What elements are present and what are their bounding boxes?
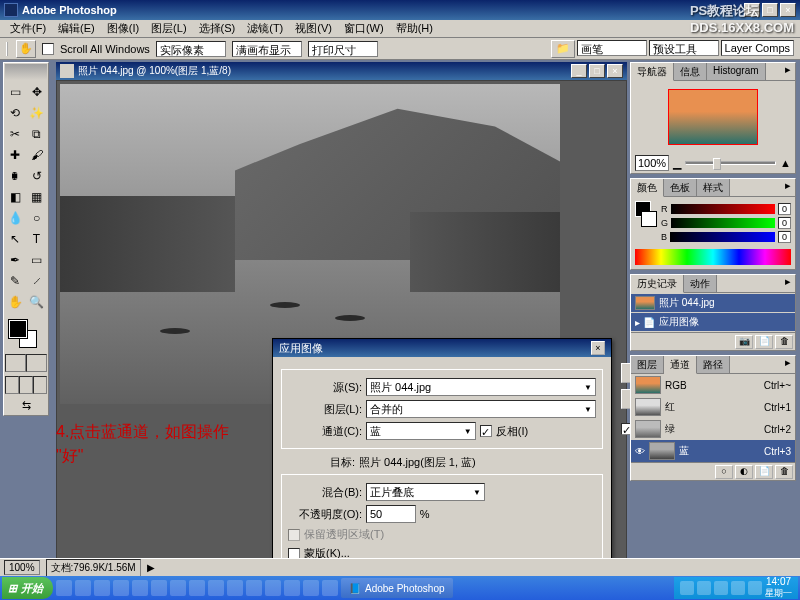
blur-tool[interactable]: 💧 xyxy=(5,208,25,228)
save-selection-icon[interactable]: ◐ xyxy=(735,465,753,479)
screen-mode-1[interactable] xyxy=(5,376,19,394)
channel-dropdown[interactable]: 蓝▼ xyxy=(366,422,476,440)
spectrum-picker[interactable] xyxy=(635,249,791,265)
tab-channels[interactable]: 通道 xyxy=(664,356,697,374)
doc-maximize[interactable]: □ xyxy=(589,64,605,78)
eyedropper-tool[interactable]: ⟋ xyxy=(27,271,47,291)
navigator-thumbnail[interactable] xyxy=(668,89,758,145)
taskbar-photoshop[interactable]: 📘Adobe Photoshop xyxy=(341,578,453,598)
toolbox-header[interactable] xyxy=(5,64,47,80)
opacity-input[interactable]: 50 xyxy=(366,505,416,523)
new-channel-icon[interactable]: 📄 xyxy=(755,465,773,479)
tab-info[interactable]: 信息 xyxy=(674,63,707,80)
ql-icon-13[interactable] xyxy=(284,580,300,596)
hand-tool[interactable]: ✋ xyxy=(5,292,25,312)
menu-view[interactable]: 视图(V) xyxy=(289,19,338,38)
ql-icon-6[interactable] xyxy=(151,580,167,596)
tab-navigator[interactable]: 导航器 xyxy=(631,63,674,81)
doc-close[interactable]: × xyxy=(607,64,623,78)
g-value[interactable]: 0 xyxy=(778,217,791,229)
move-tool[interactable]: ✥ xyxy=(27,82,47,102)
tab-actions[interactable]: 动作 xyxy=(684,275,717,292)
jump-to-imageready[interactable]: ⇆ xyxy=(5,396,47,414)
ql-icon-8[interactable] xyxy=(189,580,205,596)
status-docinfo[interactable]: 文档:796.9K/1.56M xyxy=(46,559,141,577)
new-snapshot-icon[interactable]: 📷 xyxy=(735,335,753,349)
zoom-tool[interactable]: 🔍 xyxy=(27,292,47,312)
path-tool[interactable]: ↖ xyxy=(5,229,25,249)
notes-tool[interactable]: ✎ xyxy=(5,271,25,291)
standard-mode[interactable] xyxy=(5,354,26,372)
channel-blue[interactable]: 👁 蓝Ctrl+3 xyxy=(631,440,795,462)
menu-image[interactable]: 图像(I) xyxy=(101,19,145,38)
tray-time[interactable]: 14:07 xyxy=(765,576,792,587)
quickmask-mode[interactable] xyxy=(26,354,47,372)
b-value[interactable]: 0 xyxy=(778,231,791,243)
status-zoom[interactable]: 100% xyxy=(4,560,40,575)
zoom-in-icon[interactable]: ▲ xyxy=(780,157,791,169)
color-menu[interactable]: ▸ xyxy=(781,179,795,196)
tray-icon-4[interactable] xyxy=(731,581,745,595)
tray-icon-1[interactable] xyxy=(680,581,694,595)
channel-rgb[interactable]: RGBCtrl+~ xyxy=(631,374,795,396)
brush-tool[interactable]: 🖌 xyxy=(27,145,47,165)
shape-tool[interactable]: ▭ xyxy=(27,250,47,270)
tool-presets-palette[interactable]: 预设工具 xyxy=(649,40,719,56)
tab-history[interactable]: 历史记录 xyxy=(631,275,684,293)
tray-icon-5[interactable] xyxy=(748,581,762,595)
layer-comps-palette[interactable]: Layer Comps xyxy=(721,40,794,56)
crop-tool[interactable]: ✂ xyxy=(5,124,25,144)
wand-tool[interactable]: ✨ xyxy=(27,103,47,123)
fit-screen-button[interactable]: 满画布显示 xyxy=(232,41,302,57)
ql-icon-9[interactable] xyxy=(208,580,224,596)
ql-icon-5[interactable] xyxy=(132,580,148,596)
tab-paths[interactable]: 路径 xyxy=(697,356,730,373)
ql-ie-icon[interactable] xyxy=(56,580,72,596)
invert-checkbox[interactable]: ✓ xyxy=(480,425,492,437)
scroll-all-checkbox[interactable] xyxy=(42,43,54,55)
menu-window[interactable]: 窗口(W) xyxy=(338,19,390,38)
load-selection-icon[interactable]: ○ xyxy=(715,465,733,479)
gradient-tool[interactable]: ▦ xyxy=(27,187,47,207)
b-slider[interactable] xyxy=(670,232,775,242)
tab-styles[interactable]: 样式 xyxy=(697,179,730,196)
dodge-tool[interactable]: ○ xyxy=(27,208,47,228)
menu-edit[interactable]: 编辑(E) xyxy=(52,19,101,38)
color-bg[interactable] xyxy=(641,211,657,227)
doc-minimize[interactable]: _ xyxy=(571,64,587,78)
r-slider[interactable] xyxy=(671,204,775,214)
stamp-tool[interactable]: ⧯ xyxy=(5,166,25,186)
lasso-tool[interactable]: ⟲ xyxy=(5,103,25,123)
zoom-level[interactable]: 100% xyxy=(635,155,669,171)
navigator-menu[interactable]: ▸ xyxy=(781,63,795,80)
marquee-tool[interactable]: ▭ xyxy=(5,82,25,102)
ql-desktop-icon[interactable] xyxy=(75,580,91,596)
menu-file[interactable]: 文件(F) xyxy=(4,19,52,38)
tray-icon-3[interactable] xyxy=(714,581,728,595)
tab-swatches[interactable]: 色板 xyxy=(664,179,697,196)
ql-icon-4[interactable] xyxy=(113,580,129,596)
tray-icon-2[interactable] xyxy=(697,581,711,595)
dialog-titlebar[interactable]: 应用图像 × xyxy=(273,339,611,357)
history-step-apply-image[interactable]: ▸ 📄 应用图像 xyxy=(631,313,795,331)
blend-dropdown[interactable]: 正片叠底▼ xyxy=(366,483,485,501)
palette-well-icon[interactable]: 📁 xyxy=(551,40,575,58)
menu-layer[interactable]: 图层(L) xyxy=(145,19,192,38)
history-menu[interactable]: ▸ xyxy=(781,275,795,292)
actual-pixels-button[interactable]: 实际像素 xyxy=(156,41,226,57)
screen-mode-2[interactable] xyxy=(19,376,33,394)
brushes-palette[interactable]: 画笔 xyxy=(577,40,647,56)
print-size-button[interactable]: 打印尺寸 xyxy=(308,41,378,57)
menu-help[interactable]: 帮助(H) xyxy=(390,19,439,38)
slice-tool[interactable]: ⧉ xyxy=(27,124,47,144)
tab-histogram[interactable]: Histogram xyxy=(707,63,766,80)
channel-green[interactable]: 绿Ctrl+2 xyxy=(631,418,795,440)
g-slider[interactable] xyxy=(671,218,775,228)
menu-filter[interactable]: 滤镜(T) xyxy=(241,19,289,38)
ql-icon-10[interactable] xyxy=(227,580,243,596)
r-value[interactable]: 0 xyxy=(778,203,791,215)
menu-select[interactable]: 选择(S) xyxy=(193,19,242,38)
pen-tool[interactable]: ✒ xyxy=(5,250,25,270)
tab-color[interactable]: 颜色 xyxy=(631,179,664,197)
optbar-handle[interactable] xyxy=(6,42,10,56)
